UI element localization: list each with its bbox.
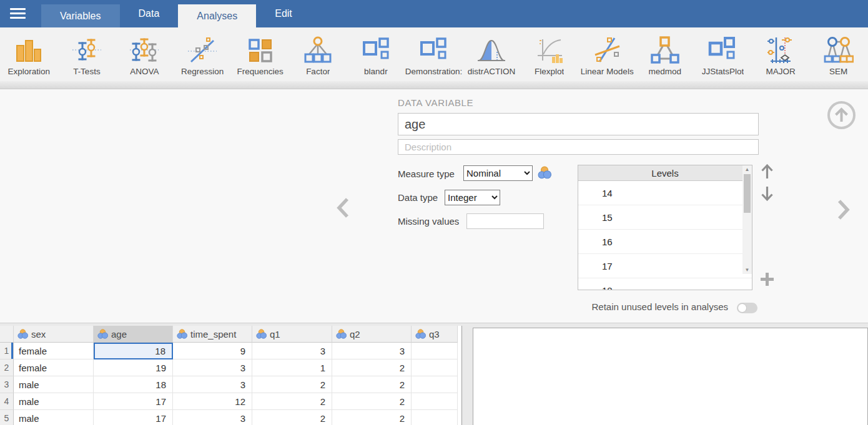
tab-data[interactable]: Data <box>120 0 179 27</box>
level-item[interactable]: 17 <box>578 254 752 278</box>
row-header-5[interactable]: 5 <box>0 410 14 425</box>
level-item[interactable]: 16 <box>578 230 752 254</box>
cell-time_spent-row4[interactable]: 12 <box>173 393 252 410</box>
cell-q1-row4[interactable]: 2 <box>252 393 332 410</box>
measure-type-label: Measure type <box>398 169 455 179</box>
cell-q2-row3[interactable]: 2 <box>332 376 412 393</box>
column-header-time_spent[interactable]: time_spent <box>173 326 252 343</box>
ribbon-item-blandr[interactable]: blandr <box>347 27 405 81</box>
ribbon-item-t-tests[interactable]: T-Tests <box>58 27 116 81</box>
cell-age-row3[interactable]: 18 <box>94 376 173 393</box>
ribbon-item-label: Regression <box>181 67 224 76</box>
cell-q3-row4[interactable] <box>412 393 458 410</box>
cell-time_spent-row3[interactable]: 3 <box>173 376 252 393</box>
column-header-sex[interactable]: sex <box>14 326 94 343</box>
tab-edit[interactable]: Edit <box>256 0 311 27</box>
cell-q1-row1[interactable]: 3 <box>252 343 332 359</box>
cell-age-row5[interactable]: 17 <box>94 410 173 425</box>
cell-q3-row3[interactable] <box>412 376 458 393</box>
ribbon-item-jjstatsplot[interactable]: JJStatsPlot <box>694 27 752 81</box>
cell-time_spent-row1[interactable]: 9 <box>173 343 252 359</box>
ribbon-item-linear-models[interactable]: Linear Models <box>578 27 636 81</box>
cell-time_spent-row5[interactable]: 3 <box>173 410 252 425</box>
cell-q3-row5[interactable] <box>412 410 458 425</box>
cell-q2-row5[interactable]: 2 <box>332 410 412 425</box>
scroll-up-icon[interactable]: ▲ <box>742 167 752 172</box>
cell-time_spent-row2[interactable]: 3 <box>173 359 252 376</box>
missing-values-input[interactable] <box>466 213 544 229</box>
factor-tree-icon <box>303 36 333 66</box>
t-tests-errorbars-icon <box>72 36 102 66</box>
row-header-2[interactable]: 2 <box>0 359 14 376</box>
data-type-label: Data type <box>398 192 438 203</box>
ribbon-item-label: ANOVA <box>130 67 159 76</box>
ribbon-item-anova[interactable]: ANOVA <box>116 27 174 81</box>
cell-sex-row4[interactable]: male <box>14 393 94 410</box>
tab-analyses[interactable]: Analyses <box>178 4 256 27</box>
move-level-up-button[interactable] <box>760 164 774 182</box>
cell-q2-row2[interactable]: 2 <box>332 359 412 376</box>
corner-cell[interactable] <box>0 326 14 343</box>
cell-q2-row4[interactable]: 2 <box>332 393 412 410</box>
chevron-right-icon[interactable] <box>837 198 851 223</box>
variable-name-input[interactable] <box>398 113 759 135</box>
ribbon-item-demonstration[interactable]: Demonstration: <box>405 27 463 81</box>
column-header-q1[interactable]: q1 <box>252 326 332 343</box>
ribbon-item-flexplot[interactable]: Flexplot <box>520 27 578 81</box>
ribbon-item-label: Flexplot <box>535 67 564 76</box>
collapse-up-circle-icon[interactable] <box>827 100 856 132</box>
cell-sex-row2[interactable]: female <box>14 359 94 376</box>
cell-sex-row5[interactable]: male <box>14 410 94 425</box>
ribbon-item-regression[interactable]: Regression <box>174 27 232 81</box>
variable-editor-panel: DATA VARIABLE Measure type Nominal Data … <box>0 90 868 323</box>
column-header-q2[interactable]: q2 <box>332 326 412 343</box>
ribbon-item-medmod[interactable]: medmod <box>636 27 694 81</box>
cell-q3-row1[interactable] <box>412 343 458 359</box>
column-header-q3[interactable]: q3 <box>412 326 458 343</box>
data-type-select[interactable]: Integer <box>445 190 500 205</box>
cell-q2-row1[interactable]: 3 <box>332 343 412 359</box>
tab-variables[interactable]: Variables <box>41 4 120 27</box>
hamburger-menu-icon[interactable] <box>10 8 26 19</box>
levels-scroll-thumb[interactable] <box>744 174 751 213</box>
row-header-1[interactable]: 1 <box>0 343 14 359</box>
toggle-knob <box>737 303 747 313</box>
row-header-4[interactable]: 4 <box>0 393 14 410</box>
cell-age-row1[interactable]: 18 <box>94 343 173 359</box>
cell-q1-row3[interactable]: 2 <box>252 376 332 393</box>
frequencies-squares-icon <box>245 36 275 66</box>
cell-sex-row3[interactable]: male <box>14 376 94 393</box>
levels-scrollbar[interactable]: ▲ ▼ <box>742 165 752 274</box>
ribbon-item-distraction[interactable]: distrACTION <box>463 27 521 81</box>
cell-sex-row1[interactable]: female <box>14 343 94 359</box>
linear-models-lines-icon <box>592 36 622 66</box>
cell-q1-row2[interactable]: 1 <box>252 359 332 376</box>
distraction-curve-icon <box>476 36 506 66</box>
medmod-triangle-icon <box>650 36 680 66</box>
variable-description-input[interactable] <box>398 139 759 155</box>
ribbon-item-exploration[interactable]: Exploration <box>0 27 58 81</box>
ribbon-item-factor[interactable]: Factor <box>289 27 347 81</box>
column-header-age[interactable]: age <box>94 326 173 343</box>
level-item[interactable]: 14 <box>578 181 752 205</box>
demonstrations-squares-icon <box>418 36 448 66</box>
cell-q3-row2[interactable] <box>412 359 458 376</box>
ribbon-item-frequencies[interactable]: Frequencies <box>231 27 289 81</box>
level-item[interactable]: 18 <box>578 278 752 290</box>
ribbon-item-major[interactable]: MAJOR <box>752 27 810 81</box>
cell-age-row4[interactable]: 17 <box>94 393 173 410</box>
retain-unused-levels-toggle[interactable] <box>737 303 757 313</box>
ribbon-item-sem[interactable]: SEM <box>809 27 867 81</box>
cell-q1-row5[interactable]: 2 <box>252 410 332 425</box>
move-level-down-button[interactable] <box>760 185 774 204</box>
level-item[interactable]: 15 <box>578 205 752 230</box>
scroll-down-icon[interactable]: ▼ <box>742 267 752 273</box>
chevron-left-icon[interactable] <box>336 197 350 222</box>
row-header-3[interactable]: 3 <box>0 376 14 393</box>
levels-list: 1415161718 <box>578 181 752 290</box>
levels-box: Levels 1415161718 ▲ ▼ <box>578 165 752 290</box>
table-row: 2female19312 <box>0 359 461 376</box>
measure-type-select[interactable]: Nominal <box>463 165 533 181</box>
cell-age-row2[interactable]: 19 <box>94 359 173 376</box>
add-level-button[interactable] <box>759 271 775 290</box>
